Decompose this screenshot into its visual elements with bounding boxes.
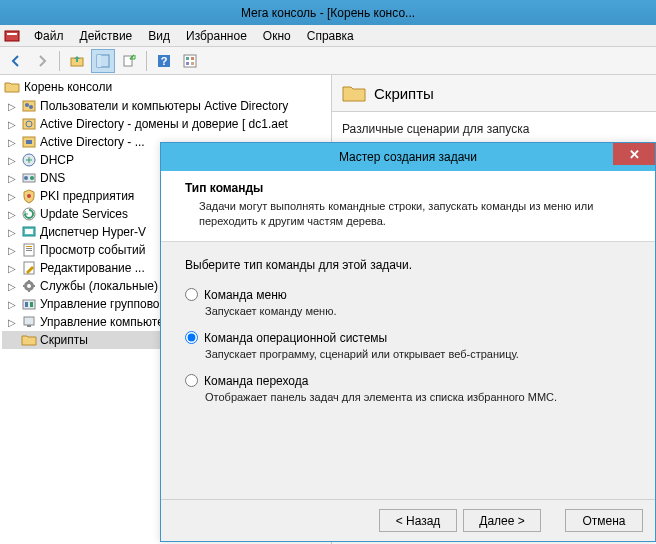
ad-users-icon [21, 98, 37, 114]
tree-item-label: Просмотр событий [40, 243, 145, 257]
svg-point-34 [27, 284, 31, 288]
computer-mgmt-icon [21, 314, 37, 330]
dialog-titlebar[interactable]: Мастер создания задачи ✕ [161, 143, 655, 171]
pki-icon [21, 188, 37, 204]
tree-expander[interactable]: ▷ [6, 299, 18, 310]
dialog-prompt: Выберите тип команды для этой задачи. [185, 258, 631, 272]
right-panel-description: Различные сценарии для запуска [332, 112, 656, 140]
tree-expander[interactable]: ▷ [6, 191, 18, 202]
radio-label: Команда операционной системы [204, 331, 387, 345]
gpo-mgmt-icon [21, 296, 37, 312]
next-button[interactable]: Далее > [463, 509, 541, 532]
nav-forward-button[interactable] [30, 49, 54, 73]
tree-item-label: Update Services [40, 207, 128, 221]
svg-rect-0 [5, 31, 19, 41]
nav-back-button[interactable] [4, 49, 28, 73]
services-icon [21, 278, 37, 294]
export-button[interactable] [117, 49, 141, 73]
back-button[interactable]: < Назад [379, 509, 457, 532]
ad-sites-icon [21, 134, 37, 150]
svg-rect-11 [186, 62, 189, 65]
radio-row[interactable]: Команда меню [185, 288, 631, 302]
cancel-button[interactable]: Отмена [565, 509, 643, 532]
svg-rect-36 [25, 302, 28, 307]
dialog-header-description: Задачи могут выполнять командные строки,… [185, 199, 639, 229]
tree-expander[interactable]: ▷ [6, 137, 18, 148]
svg-rect-8 [184, 55, 196, 67]
menu-window[interactable]: Окно [255, 27, 299, 45]
show-tree-button[interactable] [91, 49, 115, 73]
svg-point-15 [29, 105, 33, 109]
tree-item-label: DHCP [40, 153, 74, 167]
svg-rect-4 [97, 55, 101, 67]
radio-description: Запускает команду меню. [185, 305, 631, 317]
tree-expander[interactable]: ▷ [6, 263, 18, 274]
radio-option: Команда операционной системыЗапускает пр… [185, 331, 631, 360]
tree-expander[interactable]: ▷ [6, 281, 18, 292]
menubar: Файл Действие Вид Избранное Окно Справка [0, 25, 656, 47]
right-panel-header: Скрипты [332, 75, 656, 112]
tree-expander[interactable]: ▷ [6, 173, 18, 184]
dhcp-icon [21, 152, 37, 168]
tree-item-label: Пользователи и компьютеры Active Directo… [40, 99, 288, 113]
dialog-close-button[interactable]: ✕ [613, 143, 655, 165]
dialog-footer: < Назад Далее > Отмена [161, 499, 655, 541]
radio-input[interactable] [185, 288, 198, 301]
tree-expander[interactable]: ▷ [6, 209, 18, 220]
tree-item-label: PKI предприятия [40, 189, 134, 203]
svg-rect-12 [191, 62, 194, 65]
radio-row[interactable]: Команда перехода [185, 374, 631, 388]
svg-rect-38 [24, 317, 34, 325]
svg-rect-39 [27, 325, 31, 327]
menu-help[interactable]: Справка [299, 27, 362, 45]
radio-option: Команда переходаОтображает панель задач … [185, 374, 631, 403]
tree-expander[interactable]: ▷ [6, 119, 18, 130]
svg-rect-10 [191, 57, 194, 60]
svg-rect-35 [23, 300, 35, 309]
help-button[interactable]: ? [152, 49, 176, 73]
menu-action[interactable]: Действие [72, 27, 141, 45]
tree-item-label: Службы (локальные) [40, 279, 158, 293]
tree-expander[interactable]: ▷ [6, 155, 18, 166]
menu-file[interactable]: Файл [26, 27, 72, 45]
gpo-edit-icon [21, 260, 37, 276]
radio-row[interactable]: Команда операционной системы [185, 331, 631, 345]
folder-icon [342, 83, 366, 103]
tree-expander[interactable]: ▷ [6, 101, 18, 112]
radio-input[interactable] [185, 374, 198, 387]
tree-item-label: Active Directory - домены и доверие [ dc… [40, 117, 288, 131]
tree-expander[interactable]: ▷ [6, 227, 18, 238]
up-folder-button[interactable] [65, 49, 89, 73]
svg-rect-19 [26, 140, 32, 144]
tree-expander[interactable]: ▷ [6, 245, 18, 256]
folder-icon [4, 79, 20, 95]
svg-text:?: ? [161, 55, 168, 67]
svg-point-22 [24, 176, 28, 180]
dialog-title: Мастер создания задачи [339, 150, 477, 164]
radio-input[interactable] [185, 331, 198, 344]
tree-expander[interactable]: ▷ [6, 317, 18, 328]
menu-favorites[interactable]: Избранное [178, 27, 255, 45]
tree-root[interactable]: Корень консоли [2, 77, 329, 97]
window-titlebar: Мега консоль - [Корень консо... [0, 0, 656, 25]
app-icon [4, 28, 20, 44]
tree-item[interactable]: ▷Пользователи и компьютеры Active Direct… [2, 97, 329, 115]
options-button[interactable] [178, 49, 202, 73]
hyperv-icon [21, 224, 37, 240]
svg-rect-30 [26, 248, 32, 249]
menu-view[interactable]: Вид [140, 27, 178, 45]
svg-rect-31 [26, 250, 32, 251]
right-panel-title: Скрипты [374, 85, 434, 102]
radio-label: Команда меню [204, 288, 287, 302]
svg-rect-9 [186, 57, 189, 60]
tree-item-label: Active Directory - ... [40, 135, 145, 149]
tree-item[interactable]: ▷Active Directory - домены и доверие [ d… [2, 115, 329, 133]
tree-item-label: DNS [40, 171, 65, 185]
toolbar-separator [146, 51, 147, 71]
svg-point-24 [27, 194, 31, 198]
svg-point-23 [30, 176, 34, 180]
radio-label: Команда перехода [204, 374, 308, 388]
svg-rect-37 [30, 302, 33, 307]
close-icon: ✕ [629, 147, 640, 162]
dns-icon [21, 170, 37, 186]
